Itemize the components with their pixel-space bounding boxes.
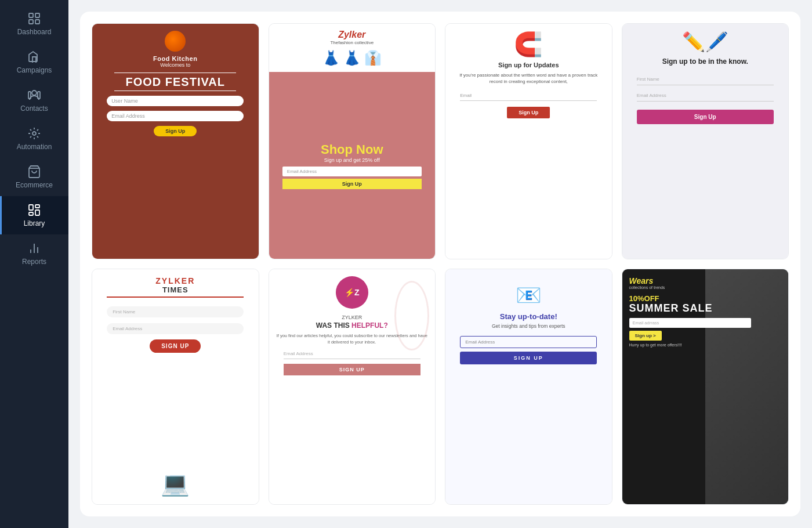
reports-icon [27, 241, 41, 255]
sidebar-item-contacts[interactable]: Contacts [0, 81, 68, 120]
card3-title: Sign up for Updates [498, 62, 559, 68]
zylker-circle-logo: ⚡Z [336, 276, 368, 309]
automation-icon [27, 126, 41, 140]
sidebar-item-automation-label: Automation [17, 143, 52, 151]
card1-username-input[interactable]: User Name [107, 96, 244, 106]
card6-question: WAS THIS HELPFUL? [316, 321, 388, 330]
card7-title: Stay up-to-date! [500, 312, 557, 321]
pencils-icon: ✏️🖊️ [682, 31, 728, 53]
template-card-was-this-helpful[interactable]: ⚡Z ZYLKER WAS THIS HELPFUL? If you find … [269, 269, 436, 505]
svg-rect-9 [29, 205, 33, 210]
sidebar-item-library-label: Library [24, 219, 45, 227]
orange-icon [165, 31, 186, 52]
card5-signup-button[interactable]: SIGN UP [150, 339, 201, 353]
card4-signup-button[interactable]: Sign Up [637, 110, 774, 124]
card8-brand: Wears [629, 276, 782, 285]
card1-welcome: Welcomes to [160, 62, 190, 68]
sidebar-item-contacts-label: Contacts [20, 104, 48, 113]
svg-rect-3 [35, 20, 39, 24]
email-notification-icon: 📧 [516, 283, 542, 308]
template-card-stay-up-to-date[interactable]: 📧 Stay up-to-date! Get insights and tips… [445, 269, 612, 505]
svg-rect-11 [35, 210, 39, 215]
card8-sale: SUMMER SALE [629, 303, 782, 313]
contacts-icon [27, 88, 41, 102]
laptop-icon: 💻 [161, 470, 190, 497]
svg-rect-6 [38, 92, 40, 99]
magnet-icon: 🧲 [514, 31, 543, 58]
svg-rect-10 [35, 205, 39, 208]
sidebar-item-ecommerce-label: Ecommerce [16, 181, 53, 189]
card6-signup-button[interactable]: SIGN UP [284, 364, 420, 375]
template-card-sign-up-updates[interactable]: 🧲 Sign up for Updates If you're passiona… [445, 23, 612, 259]
card5-email-input[interactable]: Email Address [107, 323, 244, 334]
template-card-food-kitchen[interactable]: Food Kitchen Welcomes to FOOD FESTIVAL U… [92, 23, 259, 259]
svg-point-7 [32, 132, 36, 135]
card1-title: Food Kitchen [153, 55, 197, 62]
svg-rect-2 [29, 20, 33, 24]
card5-firstname-input[interactable]: First Name [107, 306, 244, 317]
sidebar-item-reports[interactable]: Reports [0, 234, 68, 273]
card1-divider [114, 73, 236, 73]
card4-title: Sign up to be in the know. [662, 57, 748, 66]
template-grid: Food Kitchen Welcomes to FOOD FESTIVAL U… [80, 12, 800, 516]
card8-discount: 10%OFF [629, 294, 782, 303]
main-content: Food Kitchen Welcomes to FOOD FESTIVAL U… [68, 0, 812, 528]
card2-signup-button[interactable]: Sign Up [282, 179, 422, 189]
card6-email-input[interactable]: Email Address [284, 349, 420, 359]
dashboard-icon [27, 12, 41, 26]
sidebar-item-campaigns[interactable]: Campaigns [0, 43, 68, 81]
svg-rect-12 [29, 212, 33, 215]
svg-rect-5 [28, 92, 31, 99]
sidebar-item-reports-label: Reports [22, 258, 46, 266]
card1-divider2 [114, 91, 236, 91]
card7-subtitle: Get insights and tips from experts [492, 323, 566, 329]
card4-email-input[interactable]: Email Address [637, 90, 774, 102]
card2-brand: Zylker [338, 30, 365, 40]
card8-tagline: collections of trends [629, 285, 782, 290]
library-icon [27, 203, 41, 217]
card5-times: TIMES [162, 285, 188, 294]
card6-zylker-name: ZYLKER [342, 314, 362, 320]
card1-big: FOOD FESTIVAL [125, 75, 225, 88]
card1-email-input[interactable]: Email Address [107, 111, 244, 121]
svg-point-4 [32, 91, 37, 95]
card8-hurry-text: Hurry up to get more offers!!!! [629, 343, 782, 347]
template-card-zylker-times[interactable]: ZYLKER TIMES First Name Email Address SI… [92, 269, 259, 505]
svg-rect-0 [29, 13, 33, 17]
zylker-logo-text: ⚡Z [345, 288, 360, 297]
card3-text: If you're passionate about the written w… [452, 72, 605, 85]
card4-firstname-input[interactable]: First Name [637, 74, 774, 85]
card2-dresses-icons: 👗👗👔 [322, 50, 382, 66]
card3-email-input[interactable]: Email [460, 91, 597, 101]
template-card-zylker-fashion[interactable]: Zylker Thefashion collective 👗👗👔 Shop No… [269, 23, 436, 259]
sidebar-item-library[interactable]: Library [0, 196, 68, 234]
ecommerce-icon [27, 165, 41, 179]
card2-offer: Sign up and get 25% off [324, 157, 380, 163]
svg-rect-1 [35, 13, 39, 17]
card1-signup-button[interactable]: Sign Up [154, 126, 197, 136]
card3-signup-button[interactable]: Sign Up [507, 107, 550, 118]
sidebar: Dashboard Campaigns Contacts Automation [0, 0, 68, 528]
card8-signup-button[interactable]: Sign up > [629, 331, 662, 341]
decorative-curve [394, 281, 429, 350]
card7-email-input[interactable]: Email Address [460, 336, 597, 348]
template-card-wears-summer-sale[interactable]: Wears collections of trends 10%OFF SUMME… [622, 269, 789, 505]
sidebar-item-automation[interactable]: Automation [0, 120, 68, 158]
sidebar-item-campaigns-label: Campaigns [17, 66, 52, 74]
sidebar-item-ecommerce[interactable]: Ecommerce [0, 158, 68, 196]
sidebar-item-dashboard-label: Dashboard [17, 28, 52, 36]
template-card-sign-up-know[interactable]: ✏️🖊️ Sign up to be in the know. First Na… [622, 23, 789, 259]
card2-tagline: Thefashion collective [330, 40, 374, 45]
card2-email-input[interactable]: Email Address [282, 167, 422, 176]
campaigns-icon [27, 50, 41, 64]
card5-brand: ZYLKER [155, 276, 195, 285]
card7-signup-button[interactable]: SIGN UP [460, 352, 597, 364]
card8-email-input[interactable]: Email adrrass [629, 318, 751, 328]
sidebar-item-dashboard[interactable]: Dashboard [0, 5, 68, 43]
card2-shop-now: Shop Now [321, 142, 383, 157]
